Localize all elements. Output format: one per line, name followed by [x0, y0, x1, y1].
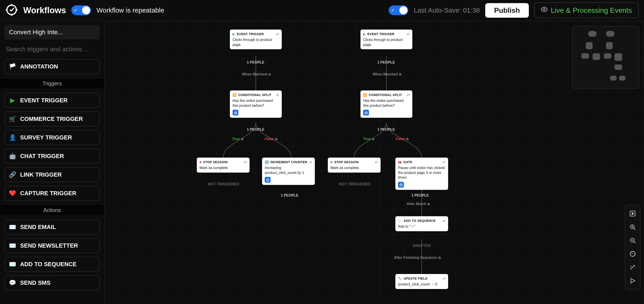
edge-label-when-matched: When Matched⧉	[372, 72, 402, 76]
copy-icon: ⧉	[275, 137, 278, 141]
drag-handle-icon[interactable]: ⇄	[244, 160, 247, 164]
autosave-label: Last Auto-Save: 01:38	[414, 7, 480, 14]
heart-icon: ❤️	[9, 190, 16, 197]
toggle-knob	[399, 6, 408, 14]
palette-add-to-sequence[interactable]: ✉️ ADD TO SEQUENCE	[4, 257, 100, 272]
node-event-trigger-a[interactable]: ▶ EVENT TRIGGER ⇄ Clicks through to prod…	[230, 30, 282, 49]
node-event-trigger-b[interactable]: ▶ EVENT TRIGGER ⇄ Clicks through to prod…	[360, 30, 412, 49]
svg-point-1	[544, 9, 545, 10]
count-label: 1 PEOPLE	[412, 193, 429, 197]
palette-send-email[interactable]: ✉️ SEND EMAIL	[4, 220, 100, 235]
person-icon: 👤	[9, 134, 16, 141]
copy-icon: ⧉	[399, 73, 402, 76]
count-label: 1 PEOPLE	[281, 193, 298, 197]
actions-section-header: Actions	[0, 205, 104, 215]
zoom-in-button[interactable]	[627, 221, 638, 233]
power-icon: ⏻	[398, 182, 404, 188]
pause-icon: ▮▮	[398, 160, 402, 164]
envelope-icon: ✉️	[398, 219, 402, 222]
app-title: Workflows	[23, 6, 66, 15]
power-icon: ⏻	[265, 177, 270, 183]
palette-survey-trigger[interactable]: 👤 SURVEY TRIGGER	[4, 130, 100, 145]
magic-button[interactable]	[627, 261, 638, 273]
fit-view-button[interactable]	[627, 208, 638, 219]
node-stop-session-b[interactable]: ■ STOP SESSION ⇄ Mark as complete.	[328, 158, 380, 173]
drag-handle-icon[interactable]: ⇄	[442, 276, 446, 280]
node-conditional-split-b[interactable]: 🔀 CONDITIONAL SPLIT ⇄ Has the visitor pu…	[360, 90, 412, 118]
count-label: 1 PEOPLE	[247, 61, 264, 65]
repeatable-label: Workflow is repeatable	[96, 7, 164, 14]
autosave-toggle[interactable]: ✓	[389, 5, 408, 15]
publish-button[interactable]: Publish	[485, 3, 529, 18]
zoom-out-button[interactable]	[627, 235, 638, 246]
drag-handle-icon[interactable]: ⇄	[442, 218, 446, 223]
edge-label-false: False⧉	[265, 137, 278, 141]
check-icon: ✓	[391, 8, 395, 13]
flag-icon: 🏳️	[9, 63, 16, 70]
envelope-icon: ✉️	[9, 242, 16, 249]
palette-send-newsletter[interactable]: ✉️ SEND NEWSLETTER	[4, 238, 100, 253]
drag-handle-icon[interactable]: ⇄	[442, 160, 446, 164]
count-label: 1 PEOPLE	[378, 61, 395, 65]
check-icon: ✓	[74, 8, 78, 13]
search-input[interactable]	[4, 43, 100, 56]
palette-commerce-trigger[interactable]: 🛒 COMMERCE TRIGGER	[4, 112, 100, 127]
node-stop-session-a[interactable]: ■ STOP SESSION ⇄ Mark as complete.	[197, 158, 250, 173]
drag-handle-icon[interactable]: ⇄	[407, 93, 410, 97]
auto-layout-button[interactable]	[627, 248, 638, 260]
palette-send-sms[interactable]: 💬 SEND SMS	[4, 275, 100, 290]
palette-event-trigger[interactable]: ▶ EVENT TRIGGER	[4, 93, 100, 108]
copy-icon: ⧉	[406, 137, 408, 141]
count-label: 1 PEOPLE	[247, 128, 264, 132]
drag-handle-icon[interactable]: ⇄	[276, 93, 279, 97]
palette-link-trigger[interactable]: 🔗 LINK TRIGGER	[4, 167, 100, 182]
sidebar: Convert High Inte... 🏳️ ANNOTATION Trigg…	[0, 21, 105, 304]
node-update-field[interactable]: 🔧 UPDATE FIELD ⇄ product_click_count → 0	[395, 274, 448, 289]
edge-label-after-match: After Match⧉	[406, 202, 430, 206]
palette-chat-trigger[interactable]: 🤖 CHAT TRIGGER	[4, 149, 100, 164]
edge-label-false: False⧉	[396, 137, 408, 141]
app-logo-icon	[5, 4, 18, 17]
copy-icon: ⧉	[438, 256, 441, 259]
minimap[interactable]	[572, 26, 639, 89]
play-icon: ▶	[9, 97, 16, 104]
robot-icon: 🤖	[9, 153, 16, 160]
node-add-to-sequence[interactable]: ✉️ ADD TO SEQUENCE ⇄ Add to "---"	[395, 216, 448, 231]
envelope-icon: ✉️	[9, 224, 16, 231]
count-label: 1 PEOPLE	[378, 128, 395, 132]
svg-line-13	[634, 241, 636, 243]
palette-annotation[interactable]: 🏳️ ANNOTATION	[4, 59, 100, 74]
split-icon: 🔀	[363, 93, 367, 97]
palette-capture-trigger[interactable]: ❤️ CAPTURE TRIGGER	[4, 186, 100, 201]
copy-icon: ⧉	[428, 202, 430, 206]
workflow-name-field[interactable]: Convert High Inte...	[4, 25, 100, 39]
envelope-icon: ✉️	[9, 261, 16, 268]
drag-handle-icon[interactable]: ⇄	[375, 160, 378, 164]
drag-handle-icon[interactable]: ⇄	[309, 160, 312, 164]
svg-marker-7	[632, 212, 634, 215]
link-icon: 🔗	[9, 171, 16, 178]
node-gate[interactable]: ▮▮ GATE ⇄ Pause until visitor has clicke…	[395, 158, 448, 190]
edge-label-true: True⧉	[232, 137, 243, 141]
status-drafted: DRAFTED	[413, 244, 431, 248]
live-events-button[interactable]: Live & Processing Events	[534, 3, 639, 18]
drag-handle-icon[interactable]: ⇄	[407, 32, 410, 36]
workflow-canvas[interactable]: ▶ EVENT TRIGGER ⇄ Clicks through to prod…	[105, 21, 644, 304]
counter-icon: 🔢	[265, 160, 268, 164]
edge-label-after-finishing: After Finishing Sequence⧉	[394, 256, 441, 260]
play-icon: ▶	[232, 32, 235, 36]
split-icon: 🔀	[232, 93, 236, 97]
repeatable-toggle[interactable]: ✓	[71, 5, 91, 15]
canvas-toolbar	[625, 205, 640, 290]
top-bar: Workflows ✓ Workflow is repeatable ✓ Las…	[0, 0, 644, 21]
stop-icon: ■	[200, 160, 201, 164]
copy-icon: ⧉	[241, 137, 243, 141]
drag-handle-icon[interactable]: ⇄	[276, 32, 279, 36]
svg-marker-16	[631, 278, 635, 283]
power-icon: ⏻	[363, 110, 369, 116]
run-button[interactable]	[627, 275, 638, 286]
node-increment-counter[interactable]: 🔢 INCREMENT COUNTER ⇄ Increasing product…	[262, 158, 315, 185]
node-conditional-split-a[interactable]: 🔀 CONDITIONAL SPLIT ⇄ Has the visitor pu…	[230, 90, 282, 118]
edge-label-when-matched: When Matched⧉	[242, 72, 271, 76]
status-not-triggered: NOT TRIGGERED	[208, 182, 239, 186]
